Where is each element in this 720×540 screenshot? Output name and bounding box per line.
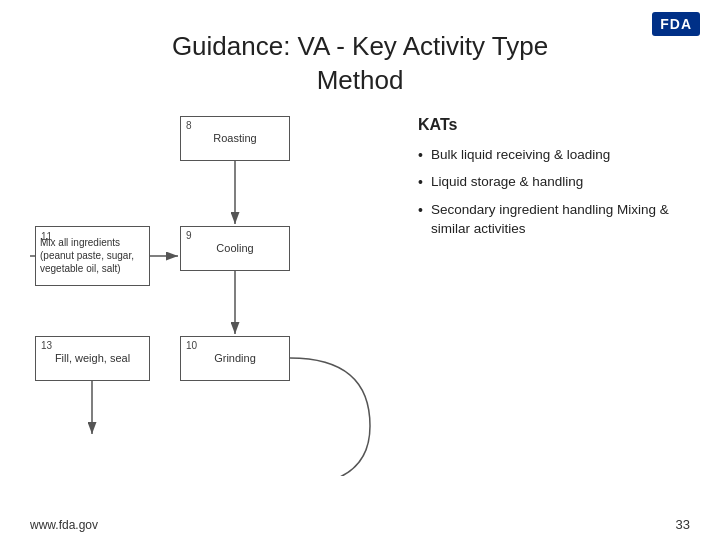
kats-list: Bulk liquid receiving & loading Liquid s…	[418, 146, 690, 239]
kats-header: KATs	[418, 116, 690, 134]
content-area: 8 Roasting 9 Cooling 10 Grinding 11 Mix …	[30, 116, 690, 476]
page-number: 33	[676, 517, 690, 532]
box-fill: 13 Fill, weigh, seal	[35, 336, 150, 381]
diagram-arrows	[30, 116, 400, 476]
list-item: Secondary ingredient handling Mixing & s…	[418, 201, 690, 239]
page-container: FDA Guidance: VA - Key Activity Type Met…	[0, 0, 720, 540]
website-link: www.fda.gov	[30, 518, 98, 532]
bottom-bar: www.fda.gov 33	[0, 517, 720, 532]
text-area: KATs Bulk liquid receiving & loading Liq…	[400, 116, 690, 476]
box-mix: 11 Mix all ingredients (peanut paste, su…	[35, 226, 150, 286]
diagram-area: 8 Roasting 9 Cooling 10 Grinding 11 Mix …	[30, 116, 400, 476]
list-item: Bulk liquid receiving & loading	[418, 146, 690, 166]
page-title: Guidance: VA - Key Activity Type Method	[30, 30, 690, 98]
box-roasting: 8 Roasting	[180, 116, 290, 161]
box-grinding: 10 Grinding	[180, 336, 290, 381]
list-item: Liquid storage & handling	[418, 173, 690, 193]
fda-logo: FDA	[652, 12, 700, 36]
box-cooling: 9 Cooling	[180, 226, 290, 271]
